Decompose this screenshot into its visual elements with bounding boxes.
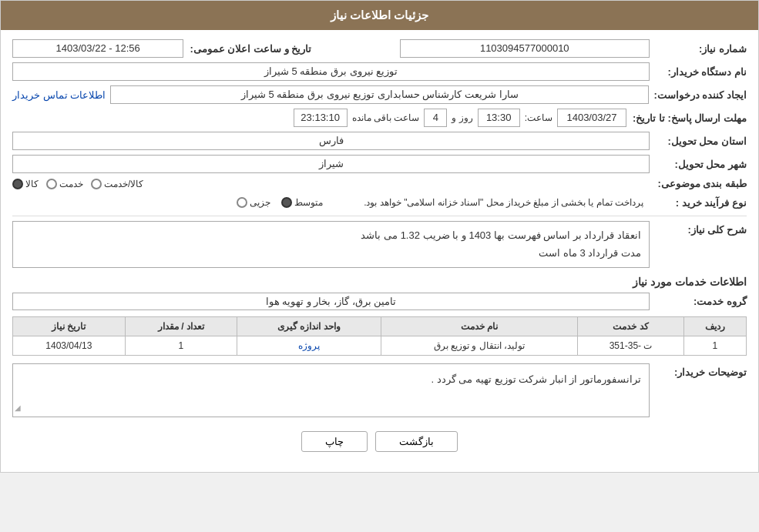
buyer-notes-box: ترانسفورماتور از انبار شرکت توزیع تهیه م…	[12, 363, 650, 417]
province-value: فارس	[12, 132, 650, 150]
category-radio-khadamat[interactable]	[46, 179, 57, 189]
resize-icon: ◢	[15, 401, 21, 415]
city-row: شهر محل تحویل: شیراز	[12, 155, 747, 173]
deadline-remaining-value: 23:13:10	[294, 109, 348, 127]
cell-date: 1403/04/13	[13, 336, 126, 355]
contact-link[interactable]: اطلاعات تماس خریدار	[12, 89, 106, 101]
category-row: طبقه بندی موضوعی: کالا/خدمت خدمت کالا	[12, 178, 747, 189]
back-button[interactable]: بازگشت	[375, 431, 458, 452]
table-header-row: ردیف کد خدمت نام خدمت واحد اندازه گیری ت…	[13, 316, 747, 336]
category-option-kala-khadamat[interactable]: کالا/خدمت	[91, 179, 143, 189]
announce-datetime-value: 1403/03/22 - 12:56	[12, 39, 183, 58]
print-button[interactable]: چاپ	[301, 431, 368, 452]
page-header: جزئیات اطلاعات نیاز	[1, 1, 758, 30]
service-group-value: تامین برق، گاز، بخار و تهویه هوا	[12, 293, 650, 310]
deadline-remaining-label: ساعت باقی مانده	[352, 112, 420, 123]
category-label: طبقه بندی موضوعی:	[654, 178, 747, 189]
purchase-radio-motavasset[interactable]	[281, 197, 292, 208]
cell-quantity: 1	[125, 336, 237, 355]
service-group-row: گروه خدمت: تامین برق، گاز، بخار و تهویه …	[12, 293, 747, 310]
need-desc-row: شرح کلی نیاز: انعقاد قرارداد بر اساس فهر…	[12, 221, 747, 268]
col-header-service-code: کد خدمت	[578, 316, 683, 336]
col-header-date: تاریخ نیاز	[13, 316, 126, 336]
buyer-org-row: نام دستگاه خریدار: توزیع نیروی برق منطقه…	[12, 62, 747, 81]
cell-service-name: تولید، انتقال و توزیع برق	[381, 336, 578, 355]
requester-content: سارا شریعت کارشناس حسابداری توزیع نیروی …	[12, 85, 649, 104]
province-label: استان محل تحویل:	[654, 136, 747, 147]
need-number-row: شماره نیاز: 1103094577000010 تاریخ و ساع…	[12, 39, 747, 58]
deadline-time-value: 13:30	[478, 109, 520, 127]
deadline-time-label: ساعت:	[525, 112, 552, 123]
button-row: بازگشت چاپ	[12, 431, 747, 452]
cell-row-num: 1	[683, 336, 746, 355]
payment-text: پرداخت تمام یا بخشی از مبلغ خریداز محل "…	[327, 194, 650, 211]
col-header-unit: واحد اندازه گیری	[237, 316, 381, 336]
deadline-date-value: 1403/03/27	[557, 109, 626, 127]
buyer-org-value: توزیع نیروی برق منطقه 5 شیراز	[12, 62, 650, 81]
purchase-radio-jozi[interactable]	[237, 197, 247, 208]
category-radio-group: کالا/خدمت خدمت کالا	[12, 179, 650, 189]
deadline-days-label: روز و	[452, 112, 472, 123]
requester-row: ایجاد کننده درخواست: سارا شریعت کارشناس …	[12, 85, 747, 104]
content-area: شماره نیاز: 1103094577000010 تاریخ و ساع…	[1, 30, 758, 472]
cell-unit: پروژه	[237, 336, 381, 355]
service-group-label: گروه خدمت:	[654, 296, 747, 307]
purchase-type-row: نوع فرآیند خرید : پرداخت تمام یا بخشی از…	[12, 194, 747, 211]
deadline-label: مهلت ارسال پاسخ: تا تاریخ:	[631, 112, 747, 124]
buyer-notes-label: توضیحات خریدار:	[654, 366, 747, 378]
col-header-row-num: ردیف	[683, 316, 746, 336]
need-desc-label: شرح کلی نیاز:	[654, 224, 747, 236]
city-value: شیراز	[12, 155, 650, 173]
page-title: جزئیات اطلاعات نیاز	[331, 8, 428, 22]
services-table: ردیف کد خدمت نام خدمت واحد اندازه گیری ت…	[12, 316, 747, 356]
announce-datetime-label: تاریخ و ساعت اعلان عمومی:	[188, 43, 311, 55]
service-info-title: اطلاعات خدمات مورد نیاز	[12, 276, 747, 288]
buyer-org-label: نام دستگاه خریدار:	[654, 66, 747, 78]
buyer-notes-text: ترانسفورماتور از انبار شرکت توزیع تهیه م…	[431, 373, 641, 385]
need-desc-line1: انعقاد قرارداد بر اساس فهرست بها 1403 و …	[21, 226, 641, 244]
requester-label: ایجاد کننده درخواست:	[653, 89, 747, 101]
category-radio-kala[interactable]	[12, 179, 23, 189]
category-option-kala[interactable]: کالا	[12, 179, 39, 189]
col-header-service-name: نام خدمت	[381, 316, 578, 336]
deadline-time-row: 1403/03/27 ساعت: 13:30 روز و 4 ساعت باقی…	[12, 109, 626, 127]
col-header-quantity: تعداد / مقدار	[125, 316, 237, 336]
need-desc-box: انعقاد قرارداد بر اساس فهرست بها 1403 و …	[12, 221, 650, 268]
city-label: شهر محل تحویل:	[654, 159, 747, 170]
table-row: 1 ت -35-351 تولید، انتقال و توزیع برق پر…	[13, 336, 747, 355]
purchase-type-label: نوع فرآیند خرید :	[654, 197, 747, 209]
requester-value: سارا شریعت کارشناس حسابداری توزیع نیروی …	[110, 85, 649, 104]
province-row: استان محل تحویل: فارس	[12, 132, 747, 150]
buyer-notes-row: توضیحات خریدار: ترانسفورماتور از انبار ش…	[12, 363, 747, 417]
page-wrapper: جزئیات اطلاعات نیاز شماره نیاز: 11030945…	[0, 0, 759, 473]
category-radio-kala-khadamat[interactable]	[91, 179, 102, 189]
category-option-khadamat[interactable]: خدمت	[46, 179, 83, 189]
purchase-option-jozi[interactable]: جزیی	[237, 197, 270, 208]
purchase-option-motavasset[interactable]: متوسط	[281, 197, 323, 208]
need-desc-line2: مدت قرارداد 3 ماه است	[21, 244, 641, 262]
cell-service-code: ت -35-351	[578, 336, 683, 355]
purchase-radio-group: متوسط جزیی	[12, 197, 323, 208]
deadline-days-value: 4	[424, 109, 447, 127]
need-number-value: 1103094577000010	[400, 39, 650, 58]
need-number-label: شماره نیاز:	[654, 43, 747, 55]
deadline-row: مهلت ارسال پاسخ: تا تاریخ: 1403/03/27 سا…	[12, 109, 747, 127]
